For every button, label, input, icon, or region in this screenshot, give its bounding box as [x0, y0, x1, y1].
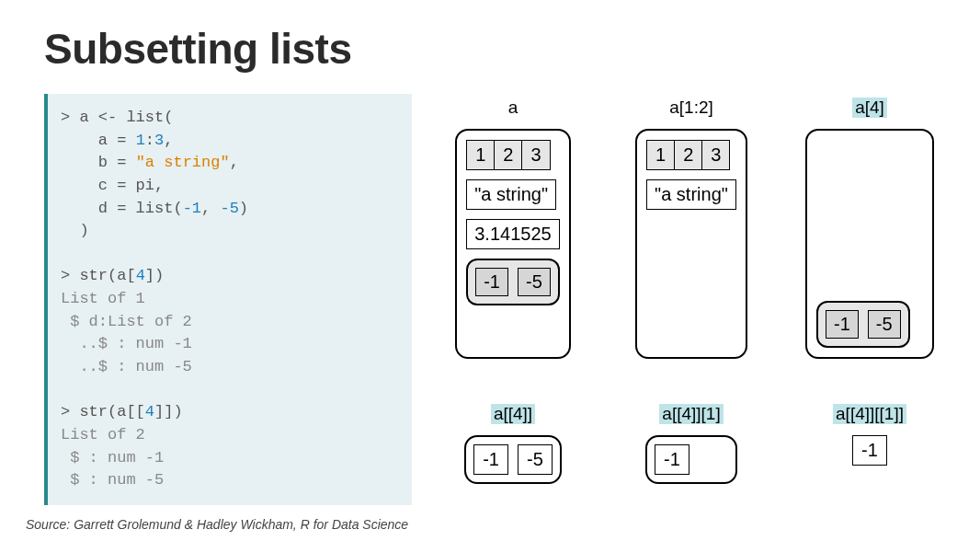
- literal-num: 1: [136, 132, 145, 149]
- punct: ]): [145, 267, 164, 284]
- cell: -1: [852, 435, 887, 466]
- pi-box: 3.141525: [466, 219, 559, 249]
- cell: 2: [495, 141, 522, 169]
- vector-box: 1 2 3: [646, 140, 730, 170]
- diagram-grid: a 1 2 3 "a string" 3.141525 -1 -5: [439, 94, 943, 505]
- diagram-adbl4-dbl1: a[[4]][[1]] -1: [796, 404, 943, 505]
- list-outer: -1: [645, 435, 737, 484]
- list-outer: 1 2 3 "a string" 3.141525 -1 -5: [455, 129, 571, 359]
- code-line: a =: [61, 132, 136, 149]
- list-outer: 1 2 3 "a string": [635, 129, 747, 359]
- label-adbl4: a[[4]]: [491, 404, 535, 424]
- diagram-adbl4: a[[4]] -1 -5: [439, 404, 587, 505]
- diagram-a4: a[4] -1 -5: [796, 98, 943, 380]
- vector-box: 1 2 3: [466, 140, 550, 170]
- literal-string: "a string": [136, 154, 230, 171]
- cell: -5: [518, 268, 551, 296]
- output-line: ..$ : num -1: [61, 335, 192, 352]
- string-box: "a string": [646, 179, 736, 210]
- content-row: > a <- list( a = 1:3, b = "a string", c …: [44, 94, 943, 505]
- code-line: c = pi,: [61, 177, 164, 194]
- string-box: "a string": [466, 179, 556, 210]
- cell: -1: [473, 444, 508, 475]
- cell: 2: [675, 141, 702, 169]
- code-line: b =: [61, 154, 136, 171]
- cell: -1: [655, 444, 689, 475]
- cell: 1: [467, 141, 495, 169]
- cell: 3: [702, 141, 729, 169]
- code-line: > str(a[[: [61, 403, 145, 420]
- punct: ,: [164, 132, 173, 149]
- diagram-a12: a[1:2] 1 2 3 "a string": [618, 98, 765, 380]
- nested-list: -1 -5: [466, 259, 560, 305]
- code-line: > a <- list(: [61, 109, 173, 126]
- slide-title: Subsetting lists: [44, 24, 943, 74]
- cell: 1: [647, 141, 675, 169]
- literal-num: 3: [154, 132, 164, 149]
- diagram-a: a 1 2 3 "a string" 3.141525 -1 -5: [439, 98, 587, 380]
- nested-list: -1 -5: [816, 301, 910, 348]
- cell: -1: [826, 310, 859, 339]
- label-adbl4-1: a[[4]][1]: [659, 404, 723, 424]
- output-line: List of 2: [61, 426, 145, 443]
- literal-num: 4: [136, 267, 145, 284]
- cell: -1: [475, 268, 508, 296]
- source-attribution: Source: Garrett Grolemund & Hadley Wickh…: [26, 517, 408, 532]
- literal-num: -5: [220, 200, 238, 217]
- code-line: d = list(: [61, 200, 183, 217]
- output-line: ..$ : num -5: [61, 358, 192, 375]
- list-outer: -1 -5: [805, 129, 934, 359]
- label-a4: a[4]: [852, 98, 887, 118]
- output-line: $ : num -5: [61, 471, 164, 489]
- code-block: > a <- list( a = 1:3, b = "a string", c …: [44, 94, 412, 505]
- label-a12: a[1:2]: [669, 98, 713, 118]
- output-line: $ : num -1: [61, 449, 164, 466]
- cell: 3: [522, 141, 549, 169]
- punct: ): [239, 200, 248, 217]
- label-a: a: [508, 98, 518, 118]
- code-line: > str(a[: [61, 267, 136, 284]
- literal-num: 4: [145, 403, 154, 420]
- punct: ,: [201, 200, 220, 217]
- output-line: $ d:List of 2: [61, 313, 192, 330]
- diagram-adbl4-1: a[[4]][1] -1: [618, 404, 765, 505]
- punct: ,: [230, 154, 239, 171]
- cell: -5: [868, 310, 901, 339]
- literal-num: -1: [183, 200, 201, 217]
- list-outer: -1 -5: [464, 435, 562, 484]
- output-line: List of 1: [61, 290, 145, 307]
- cell: -5: [518, 444, 553, 475]
- slide-root: Subsetting lists > a <- list( a = 1:3, b…: [0, 0, 980, 514]
- punct: ]]): [154, 403, 183, 420]
- code-line: ): [61, 222, 89, 239]
- op: :: [145, 132, 154, 149]
- label-adbl4-dbl1: a[[4]][[1]]: [833, 404, 906, 424]
